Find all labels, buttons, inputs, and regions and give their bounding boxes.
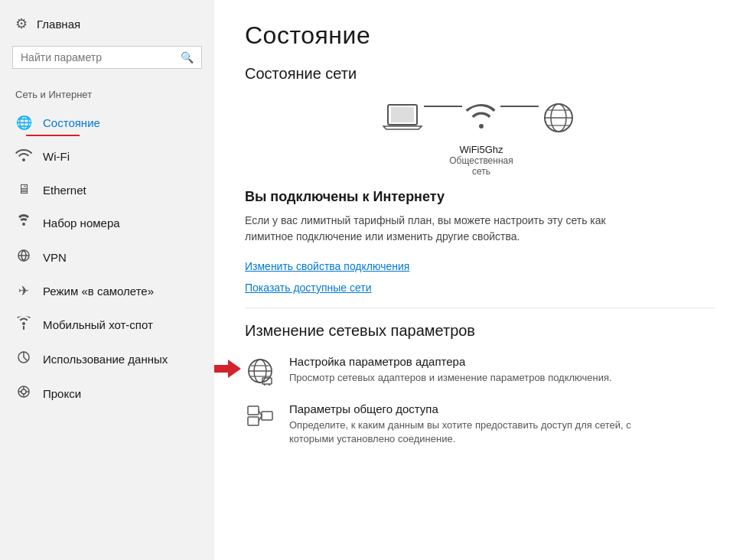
data-usage-nav-icon	[15, 350, 32, 368]
gear-icon: ⚙	[15, 15, 28, 32]
adapter-icon	[245, 357, 275, 386]
settings-item-sharing[interactable]: Параметры общего доступа Определите, к к…	[245, 402, 715, 446]
connected-text: Вы подключены к Интернету	[245, 189, 715, 205]
adapter-title: Настройка параметров адаптера	[289, 355, 612, 368]
sidebar-label-status: Состояние	[43, 116, 100, 129]
search-input[interactable]	[21, 51, 181, 63]
sidebar-home[interactable]: ⚙ Главная	[0, 8, 214, 41]
wifi-diagram-icon	[462, 101, 500, 135]
divider	[245, 308, 715, 308]
main-content: Состояние Состояние сети	[214, 0, 746, 560]
red-arrow	[214, 357, 241, 383]
network-status-title: Состояние сети	[245, 65, 715, 83]
svg-rect-29	[262, 412, 272, 420]
net-line-1	[424, 106, 462, 107]
page-title: Состояние	[245, 21, 715, 50]
sharing-text: Параметры общего доступа Определите, к к…	[289, 402, 641, 446]
sidebar-label-wifi: Wi-Fi	[43, 150, 70, 163]
globe-diagram-icon	[539, 99, 578, 136]
sidebar-label-data-usage: Использование данных	[43, 353, 168, 366]
sidebar-item-airplane[interactable]: ✈ Режим «в самолете»	[0, 275, 214, 308]
svg-point-0	[22, 223, 25, 226]
link-networks[interactable]: Показать доступные сети	[245, 282, 715, 294]
ssid-label: WiFi5Ghz	[459, 144, 503, 155]
home-label: Главная	[37, 18, 80, 31]
svg-rect-3	[23, 326, 24, 330]
sidebar-label-airplane: Режим «в самолете»	[43, 285, 154, 298]
description-text: Если у вас лимитный тарифный план, вы мо…	[245, 213, 643, 245]
svg-point-6	[21, 389, 26, 394]
sidebar: ⚙ Главная 🔍 Сеть и Интернет 🌐 Состояние …	[0, 0, 214, 560]
hotspot-nav-icon	[15, 316, 32, 334]
sidebar-label-ethernet: Ethernet	[43, 184, 86, 197]
svg-rect-28	[248, 417, 259, 425]
network-type-label: Общественная сеть	[449, 155, 513, 177]
sidebar-label-vpn: VPN	[43, 251, 67, 264]
sidebar-item-data-usage[interactable]: Использование данных	[0, 342, 214, 376]
sidebar-label-dialup: Набор номера	[43, 217, 120, 230]
proxy-nav-icon	[15, 385, 32, 402]
svg-rect-27	[248, 406, 259, 415]
sidebar-item-ethernet[interactable]: 🖥 Ethernet	[0, 174, 214, 206]
vpn-nav-icon	[15, 249, 32, 266]
sidebar-item-hotspot[interactable]: Мобильный хот-спот	[0, 308, 214, 342]
laptop-icon	[382, 101, 424, 135]
network-labels: WiFi5Ghz Общественная сеть	[245, 144, 715, 177]
search-box[interactable]: 🔍	[12, 46, 202, 69]
sidebar-section-label: Сеть и Интернет	[0, 83, 214, 106]
svg-point-2	[22, 322, 25, 325]
settings-item-adapter[interactable]: Настройка параметров адаптера Просмотр с…	[245, 355, 715, 386]
link-properties[interactable]: Изменить свойства подключения	[245, 260, 715, 272]
change-settings-title: Изменение сетевых параметров	[245, 322, 715, 340]
svg-marker-18	[214, 360, 241, 378]
sidebar-item-proxy[interactable]: Прокси	[0, 376, 214, 411]
sharing-title: Параметры общего доступа	[289, 402, 641, 415]
network-diagram	[245, 99, 715, 136]
dialup-nav-icon	[15, 214, 32, 232]
airplane-nav-icon: ✈	[15, 283, 32, 299]
wifi-nav-icon	[15, 148, 32, 165]
search-icon: 🔍	[181, 51, 194, 63]
sidebar-item-dialup[interactable]: Набор номера	[0, 206, 214, 240]
sidebar-item-status[interactable]: 🌐 Состояние	[0, 106, 214, 139]
sidebar-label-hotspot: Мобильный хот-спот	[43, 318, 153, 331]
sidebar-label-proxy: Прокси	[43, 387, 81, 400]
sharing-desc: Определите, к каким данным вы хотите пре…	[289, 418, 641, 446]
sharing-icon	[245, 404, 275, 433]
sidebar-item-wifi[interactable]: Wi-Fi	[0, 139, 214, 174]
globe-nav-icon: 🌐	[15, 115, 32, 131]
monitor-nav-icon: 🖥	[15, 182, 32, 197]
adapter-desc: Просмотр сетевых адаптеров и изменение п…	[289, 371, 612, 385]
net-line-2	[500, 106, 539, 107]
svg-rect-12	[391, 107, 414, 122]
adapter-text: Настройка параметров адаптера Просмотр с…	[289, 355, 612, 385]
sidebar-item-vpn[interactable]: VPN	[0, 240, 214, 275]
